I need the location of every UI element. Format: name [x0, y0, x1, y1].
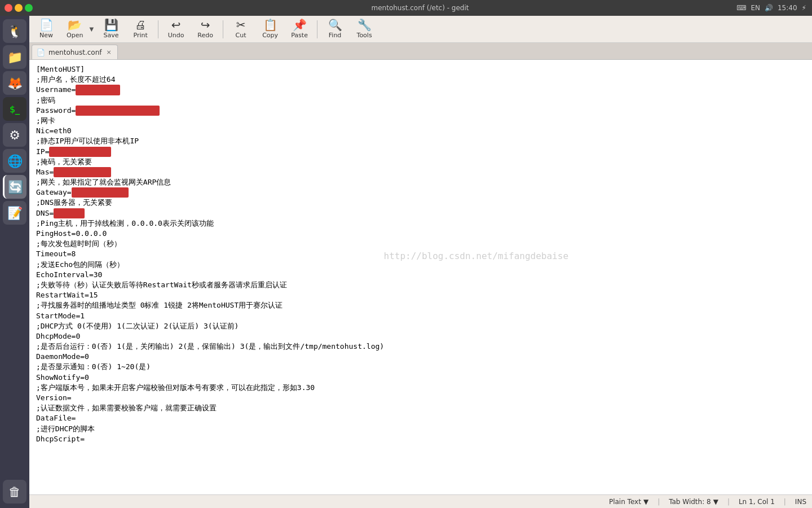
maximize-button[interactable] [25, 4, 33, 12]
open-button[interactable]: 📂 Open [62, 17, 87, 41]
volume-indicator: 🔊 [765, 4, 773, 12]
new-button[interactable]: 📄 New [33, 17, 60, 41]
save-button[interactable]: 💾 Save [98, 17, 125, 41]
toolbar-separator-2 [223, 20, 223, 38]
system-tray: ⌨ EN 🔊 15:40 ⚡ [731, 0, 812, 16]
tab-width-selector[interactable]: Tab Width: 8 ▼ [669, 498, 718, 506]
line-timeout-comment: ;每次发包超时时间（秒） [36, 239, 121, 248]
statusbar-sep-1: | [657, 498, 660, 506]
save-label: Save [104, 32, 119, 39]
window-title: mentohust.conf (/etc) - gedit [33, 4, 807, 12]
print-icon: 🖨 [135, 19, 146, 30]
file-type-selector[interactable]: Plain Text ▼ [609, 498, 648, 506]
line-notify-comment: ;是否显示通知：0(否) 1~20(是) [36, 362, 151, 371]
line-username: Username= [36, 85, 120, 94]
line-dhcpscript: DhcpScript= [36, 435, 85, 443]
sidebar-icon-settings[interactable]: ⚙ [3, 123, 27, 147]
open-dropdown-arrow[interactable]: ▼ [87, 25, 95, 33]
line-ip: IP= [36, 147, 111, 156]
paste-button[interactable]: 📌 Paste [286, 17, 313, 41]
username-redacted [76, 85, 120, 95]
tab-filename: mentohust.conf [48, 49, 102, 56]
sidebar-icon-ubuntu[interactable]: 🐧 [3, 19, 27, 43]
toolbar-separator-3 [317, 20, 317, 38]
line-nic-comment: ;网卡 [36, 116, 55, 125]
statusbar-sep-3: | [784, 498, 786, 506]
line-mas: Mas= [36, 168, 111, 176]
file-type-label: Plain Text [609, 498, 641, 506]
close-button[interactable] [5, 4, 12, 12]
redo-icon: ↪ [201, 19, 210, 30]
find-icon: 🔍 [328, 19, 342, 30]
cut-button[interactable]: ✂ Cut [227, 17, 254, 41]
line-version: Version= [36, 393, 72, 402]
copy-button[interactable]: 📋 Copy [257, 17, 284, 41]
line-startmode-comment: ;寻找服务器时的组播地址类型 0标准 1锐捷 2将MentoHUST用于赛尔认证 [36, 301, 283, 309]
sidebar-icon-editor[interactable]: 📝 [3, 201, 27, 225]
line-mentohust-section: [MentoHUST] [36, 65, 85, 73]
line-mas-comment: ;掩码，无关紧要 [36, 157, 92, 166]
line-pinghost: PingHost=0.0.0.0 [36, 229, 107, 238]
new-label: New [39, 32, 53, 39]
gateway-redacted [72, 187, 129, 198]
line-restartwait: RestartWait=15 [36, 291, 98, 299]
open-label: Open [67, 32, 83, 39]
line-timeout: Timeout=8 [36, 249, 76, 258]
tools-button[interactable]: 🔧 Tools [351, 17, 378, 41]
cursor-position-label: Ln 1, Col 1 [739, 498, 775, 506]
find-label: Find [329, 32, 342, 39]
copy-icon: 📋 [263, 19, 277, 30]
cut-label: Cut [236, 32, 246, 39]
mas-redacted [54, 167, 111, 177]
line-ip-comment: ;静态IP用户可以使用非本机IP [36, 137, 139, 145]
editor-content[interactable]: [MentoHUST] ;用户名，长度不超过64 Username= ;密码 P… [29, 60, 812, 494]
insert-mode: INS [795, 498, 806, 506]
insert-mode-label: INS [795, 498, 806, 506]
line-username-comment: ;用户名，长度不超过64 [36, 75, 115, 84]
line-dns-comment: ;DNS服务器，无关紧要 [36, 198, 112, 207]
tab-width-label: Tab Width: 8 [669, 498, 710, 506]
sidebar-icon-trash[interactable]: 🗑 [3, 480, 27, 503]
sidebar-icon-softwarecenter[interactable]: 🔄 [3, 175, 27, 199]
line-dhcp-comment: ;DHCP方式 0(不使用) 1(二次认证) 2(认证后) 3(认证前) [36, 322, 239, 330]
editor-text[interactable]: [MentoHUST] ;用户名，长度不超过64 Username= ;密码 P… [29, 60, 812, 494]
tab-close-button[interactable]: × [105, 48, 112, 56]
line-gateway-comment: ;网关，如果指定了就会监视网关ARP信息 [36, 178, 171, 186]
line-daemon-comment: ;是否后台运行：0(否) 1(是，关闭输出) 2(是，保留输出) 3(是，输出到… [36, 342, 384, 351]
line-shownotify: ShowNotify=0 [36, 373, 89, 382]
line-datafile-comment: ;认证数据文件，如果需要校验客户端，就需要正确设置 [36, 404, 217, 412]
open-icon: 📂 [68, 19, 82, 30]
line-password-comment: ;密码 [36, 96, 55, 104]
sidebar-icon-files[interactable]: 📁 [3, 45, 27, 69]
toolbar-separator-1 [158, 20, 158, 38]
line-datafile: DataFile= [36, 414, 76, 422]
undo-icon: ↩ [171, 19, 181, 30]
cursor-position: Ln 1, Col 1 [739, 498, 775, 506]
paste-label: Paste [291, 32, 308, 39]
line-echo-comment: ;发送Echo包的间隔（秒） [36, 260, 124, 269]
redo-button[interactable]: ↪ Redo [192, 17, 219, 41]
print-button[interactable]: 🖨 Print [127, 17, 154, 41]
save-icon: 💾 [104, 19, 118, 30]
line-dhcpmode: DhcpMode=0 [36, 332, 80, 340]
line-startmode: StartMode=1 [36, 312, 85, 320]
line-gateway: Gateway= [36, 188, 129, 196]
dns-redacted [54, 208, 85, 218]
sidebar-icon-firefox[interactable]: 🦊 [3, 71, 27, 95]
minimize-button[interactable] [15, 4, 23, 12]
redo-label: Redo [197, 32, 213, 39]
line-password: Password= [36, 106, 160, 115]
undo-button[interactable]: ↩ Undo [162, 17, 189, 41]
window-controls [5, 4, 33, 12]
editor-tab[interactable]: 📄 mentohust.conf × [32, 45, 118, 59]
line-dns: DNS= [36, 209, 85, 217]
tools-icon: 🔧 [358, 19, 372, 30]
sidebar-icon-apps[interactable]: 🌐 [3, 149, 27, 173]
line-ping-comment: ;Ping主机，用于掉线检测，0.0.0.0表示关闭该功能 [36, 219, 214, 227]
cut-icon: ✂ [236, 19, 246, 30]
find-button[interactable]: 🔍 Find [321, 17, 348, 41]
editor-container: 📄 New 📂 Open ▼ 💾 Save 🖨 Print ↩ Undo ↪ R… [29, 16, 812, 508]
language-indicator: EN [751, 4, 760, 12]
sidebar-icon-terminal[interactable]: $_ [3, 97, 27, 121]
tabbar: 📄 mentohust.conf × [29, 43, 812, 60]
